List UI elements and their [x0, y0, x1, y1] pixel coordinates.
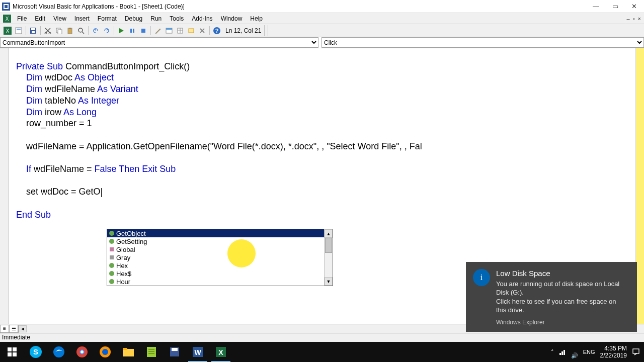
class-icon: [108, 246, 115, 253]
svg-rect-11: [32, 31, 35, 33]
find-icon[interactable]: [75, 25, 87, 36]
svg-rect-17: [69, 28, 71, 29]
taskbar-excel-icon[interactable]: X: [209, 342, 232, 362]
svg-rect-38: [8, 347, 12, 351]
text-caret: [101, 188, 102, 197]
scroll-down-icon[interactable]: ▼: [325, 277, 333, 286]
minimize-button[interactable]: —: [591, 3, 601, 10]
redo-icon[interactable]: [101, 25, 112, 36]
menu-window[interactable]: Window: [217, 14, 247, 23]
svg-rect-65: [633, 349, 639, 353]
svg-text:X: X: [6, 16, 9, 22]
svg-rect-39: [13, 347, 17, 351]
excel-host-icon[interactable]: X: [3, 15, 11, 23]
cut-icon[interactable]: [42, 25, 53, 36]
title-bar: Microsoft Visual Basic for Applications …: [0, 0, 644, 13]
svg-rect-20: [130, 29, 132, 33]
taskbar-firefox-icon[interactable]: [94, 342, 117, 362]
taskbar-file-explorer-icon[interactable]: [117, 342, 140, 362]
scroll-thumb[interactable]: [325, 238, 332, 253]
tray-chevron-icon[interactable]: ˄: [551, 349, 554, 355]
svg-text:?: ?: [215, 28, 219, 34]
svg-rect-51: [123, 348, 127, 350]
save-icon[interactable]: [28, 25, 39, 36]
menu-file[interactable]: File: [13, 14, 31, 23]
toolbar-grip[interactable]: [264, 25, 268, 36]
tray-volume-icon[interactable]: 🔊: [571, 345, 578, 359]
intellisense-item[interactable]: Hex$: [107, 269, 324, 278]
project-explorer-icon[interactable]: [164, 25, 175, 36]
low-disk-space-toast[interactable]: i Low Disk Space You are running out of …: [466, 262, 637, 332]
properties-icon[interactable]: [175, 25, 186, 36]
full-module-view-toggle[interactable]: ☰: [9, 325, 18, 333]
intellisense-item[interactable]: Hex: [107, 261, 324, 269]
menu-help[interactable]: Help: [246, 14, 267, 23]
svg-rect-50: [123, 349, 134, 356]
taskbar-edge-icon[interactable]: [47, 342, 70, 362]
insert-module-icon[interactable]: [13, 25, 24, 36]
svg-rect-8: [17, 29, 21, 30]
intellisense-item[interactable]: Hour: [107, 278, 324, 286]
intellisense-scrollbar[interactable]: ▲ ▼: [324, 229, 333, 286]
menu-format[interactable]: Format: [94, 14, 121, 23]
svg-rect-22: [141, 29, 145, 33]
break-icon[interactable]: [127, 25, 138, 36]
mdi-restore-button[interactable]: ▫: [633, 16, 635, 22]
close-button[interactable]: ✕: [629, 3, 639, 10]
toolbox-icon[interactable]: [197, 25, 208, 36]
run-icon[interactable]: [116, 25, 127, 36]
paste-icon[interactable]: [64, 25, 75, 36]
taskbar-save-icon[interactable]: [163, 342, 186, 362]
design-mode-icon[interactable]: [152, 25, 164, 36]
intellisense-item[interactable]: GetSetting: [107, 237, 324, 245]
reset-icon[interactable]: [138, 25, 149, 36]
mdi-close-button[interactable]: ×: [638, 16, 641, 22]
window-title: Microsoft Visual Basic for Applications …: [13, 3, 591, 10]
menu-debug[interactable]: Debug: [121, 14, 146, 23]
taskbar-skype-icon[interactable]: S: [24, 342, 47, 362]
scroll-up-icon[interactable]: ▲: [325, 229, 333, 238]
tray-language[interactable]: ENG: [583, 349, 595, 355]
taskbar-word-icon[interactable]: W: [186, 342, 209, 362]
tray-clock[interactable]: 4:35 PM 2/22/2019: [600, 345, 627, 359]
start-button[interactable]: [0, 342, 24, 362]
intellisense-item[interactable]: GetObject: [107, 229, 324, 237]
procedure-dropdown[interactable]: Click: [321, 37, 644, 48]
taskbar-chrome-icon[interactable]: [70, 342, 94, 362]
scroll-left-icon[interactable]: ◄: [19, 325, 27, 332]
help-icon[interactable]: ?: [211, 25, 222, 36]
intellisense-item[interactable]: Gray: [107, 253, 324, 261]
menu-addins[interactable]: Add-Ins: [188, 14, 216, 23]
tray-network-icon[interactable]: [559, 348, 566, 355]
tray-action-center-icon[interactable]: [632, 348, 640, 356]
immediate-window-header[interactable]: Immediate: [0, 333, 644, 342]
mdi-minimize-button[interactable]: –: [627, 16, 630, 22]
menu-edit[interactable]: Edit: [31, 14, 49, 23]
svg-text:X: X: [6, 28, 10, 34]
svg-rect-52: [147, 347, 156, 357]
svg-rect-57: [172, 348, 178, 351]
svg-rect-7: [16, 28, 22, 34]
object-browser-icon[interactable]: [186, 25, 197, 36]
maximize-button[interactable]: ▭: [610, 3, 620, 10]
object-dropdown[interactable]: CommandButtonImport: [0, 37, 318, 48]
view-excel-icon[interactable]: X: [2, 25, 13, 36]
intellisense-popup: GetObject GetSetting Global Gray Hex Hex…: [107, 229, 333, 286]
procedure-view-toggle[interactable]: ≡: [0, 325, 9, 333]
copy-icon[interactable]: [53, 25, 64, 36]
toast-source: Windows Explorer: [496, 319, 628, 326]
menu-insert[interactable]: Insert: [70, 14, 94, 23]
svg-point-18: [78, 28, 83, 32]
menu-run[interactable]: Run: [146, 14, 166, 23]
taskbar-notepadpp-icon[interactable]: [140, 342, 163, 362]
undo-icon[interactable]: [90, 25, 101, 36]
menu-view[interactable]: View: [49, 14, 70, 23]
svg-rect-64: [564, 350, 565, 355]
svg-point-31: [109, 231, 114, 236]
svg-rect-10: [31, 28, 35, 30]
intellisense-item[interactable]: Global: [107, 245, 324, 253]
menu-tools[interactable]: Tools: [166, 14, 188, 23]
vba-app-icon: [2, 3, 10, 11]
svg-point-47: [80, 350, 84, 353]
svg-rect-62: [559, 353, 561, 355]
